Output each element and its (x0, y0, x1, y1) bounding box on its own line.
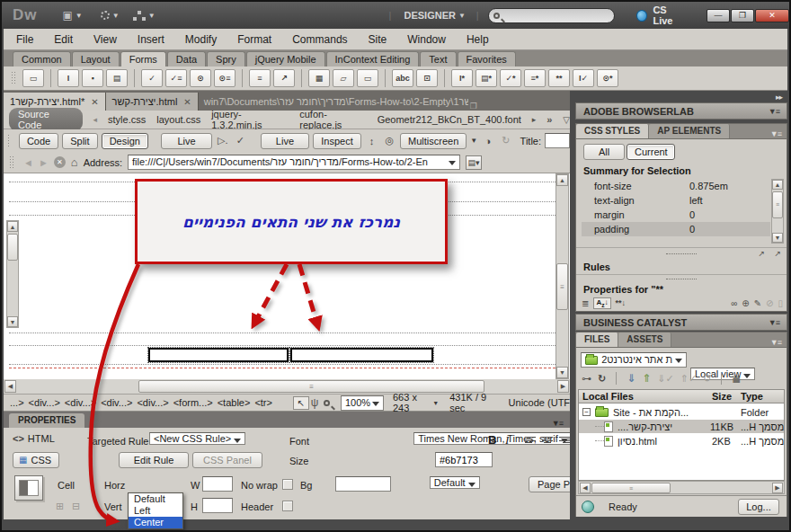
tree-row-file-selected[interactable]: ....יצירת-קשר 11KB מסמך H... (579, 420, 784, 433)
summary-row[interactable]: text-alignleft (582, 193, 770, 208)
more-files-icon[interactable]: » (547, 114, 552, 125)
html-mode-button[interactable]: <>HTML (13, 433, 55, 444)
css-panel-button[interactable]: CSS Panel (192, 452, 262, 468)
refresh-icon[interactable]: ↻ (499, 133, 513, 149)
show-set-properties-icon[interactable]: **↓ (616, 298, 627, 307)
maximize-button[interactable]: ❐ (731, 9, 754, 22)
form-icon[interactable]: ▭ (22, 69, 44, 87)
align-center-icon[interactable] (540, 434, 555, 446)
validate-markup-icon[interactable]: ✓ (234, 133, 248, 149)
document-tab[interactable]: יצירת-קשר.html✕ (106, 93, 199, 111)
summary-row[interactable]: font-size0.875em (582, 179, 770, 193)
radio-button-icon[interactable]: ⊙ (190, 69, 211, 87)
expand-panel-icon[interactable]: ▦ (732, 374, 740, 384)
back-icon[interactable]: ◄ (23, 157, 33, 168)
site-setup-icon[interactable]: ▼ (138, 12, 156, 20)
spry-checkbox-icon[interactable]: ✓* (500, 69, 521, 87)
scrollbar-thumb[interactable]: ≡ (772, 191, 783, 218)
scroll-down-icon[interactable]: ▼ (772, 233, 783, 243)
jump-menu-icon[interactable]: ↗ (273, 69, 295, 87)
scroll-up-icon[interactable]: ▲ (772, 180, 783, 190)
tag-selector-item[interactable]: ...> (10, 397, 24, 408)
spry-select-icon[interactable]: ≡* (524, 69, 546, 87)
tag-selector-tr[interactable]: <tr> (254, 397, 272, 408)
css-mode-button[interactable]: ▦CSS (13, 452, 59, 468)
edit-style-icon[interactable]: ✎ (754, 298, 761, 308)
summary-row-selected[interactable]: padding0 (582, 222, 770, 236)
tag-selector-div[interactable]: <div...> (101, 397, 132, 408)
address-list-icon[interactable]: ▤▾ (466, 155, 482, 170)
files-horizontal-scrollbar[interactable]: ◀ ≡ ▶ (578, 481, 785, 494)
file-management-icon[interactable]: ↕ (365, 133, 379, 149)
split-view-button[interactable]: Split (62, 133, 97, 149)
layout-switcher-icon[interactable]: ▣▼ (63, 9, 83, 22)
file-field-icon[interactable]: ▱ (333, 69, 354, 87)
tree-row-file[interactable]: נסיון.html 2KB מסמך H... (579, 434, 784, 448)
horz-select[interactable]: Default (430, 476, 480, 489)
check-out-icon[interactable]: ⇓✓ (657, 373, 673, 385)
insert-tab-text[interactable]: Text (420, 51, 456, 66)
files-tree[interactable]: − Site - הקמת את... Folder ....יצירת-קשר… (578, 403, 785, 481)
log-button[interactable]: Log... (738, 499, 779, 515)
window-size-select[interactable]: 663 x 243 (393, 392, 431, 413)
list-menu-icon[interactable]: ≡ (249, 69, 271, 87)
close-tab-icon[interactable]: ✕ (183, 97, 191, 107)
targeted-rule-select[interactable]: <New CSS Rule> (149, 432, 245, 445)
table-cell-left[interactable] (148, 348, 289, 362)
css-current-tab-button[interactable]: Current (627, 144, 675, 160)
inspect-button[interactable]: Inspect (313, 133, 360, 149)
horz-option-left[interactable]: Left (129, 505, 182, 517)
cell-width-input[interactable] (202, 476, 233, 492)
code-view-button[interactable]: Code (19, 133, 58, 149)
title-input[interactable] (545, 133, 570, 148)
restore-doc-icon[interactable]: ❐ (470, 102, 477, 111)
menu-view[interactable]: View (93, 33, 117, 46)
related-file-layout-css[interactable]: layout.css (156, 114, 200, 125)
multiscreen-dropdown-icon[interactable]: ▼ (470, 137, 477, 145)
hand-tool-icon[interactable]: ψ (311, 396, 319, 409)
site-select[interactable]: ת אתר אינטרנט2 (581, 352, 687, 368)
zoom-level-select[interactable]: 100% (341, 395, 384, 411)
minimize-button[interactable]: — (707, 9, 730, 22)
bg-color-input[interactable] (335, 476, 391, 492)
scrollbar-thumb[interactable]: ≡ (591, 483, 671, 493)
collapse-node-icon[interactable]: − (582, 408, 591, 416)
scroll-down-icon[interactable]: ▼ (556, 367, 568, 378)
scrollbar-thumb[interactable]: ≡ (138, 380, 484, 393)
multiscreen-button[interactable]: Multiscreen (400, 133, 467, 149)
menu-commands[interactable]: Commands (292, 33, 347, 46)
attach-stylesheet-icon[interactable]: ↗ (758, 249, 765, 258)
spry-password-icon[interactable]: ** (548, 69, 570, 87)
menu-help[interactable]: Help (467, 33, 489, 46)
insert-tab-common[interactable]: Common (13, 51, 71, 66)
disable-property-icon[interactable]: ⊘ (766, 298, 773, 308)
col-type[interactable]: Type (741, 391, 763, 402)
tree-row-site[interactable]: − Site - הקמת את... Folder (579, 405, 784, 419)
window-size-dropdown-icon[interactable]: ▼ (432, 400, 439, 406)
collapse-panels-icon[interactable]: ▸▸ (776, 93, 782, 102)
scroll-left-icon[interactable]: ◀ (580, 483, 591, 493)
panel-menu-icon[interactable]: ▼≡ (552, 419, 563, 428)
extend-gear-icon[interactable]: ▼ (101, 11, 120, 20)
tag-selector-div[interactable]: <div...> (29, 397, 60, 408)
zoom-tool-icon[interactable] (324, 400, 330, 406)
show-category-view-icon[interactable]: ≣ (582, 298, 589, 308)
related-file-style-css[interactable]: style.css (108, 114, 146, 125)
insert-tab-incontext[interactable]: InContext Editing (326, 51, 420, 66)
hidden-field-icon[interactable]: ▪ (82, 69, 103, 87)
fieldset-icon[interactable]: ⊡ (416, 69, 438, 87)
no-wrap-checkbox[interactable] (282, 479, 293, 490)
visual-aids-icon[interactable]: ◑ (481, 133, 495, 149)
scroll-right-icon[interactable]: ▶ (772, 483, 783, 493)
preview-in-browser-icon[interactable]: ◎ (382, 133, 396, 149)
design-view-button[interactable]: Design (102, 133, 148, 149)
insert-tab-favorites[interactable]: Favorites (458, 51, 516, 66)
tab-assets[interactable]: ASSETS (618, 332, 671, 347)
forward-icon[interactable]: ► (39, 157, 49, 168)
refresh-files-icon[interactable]: ↻ (598, 373, 606, 385)
search-input[interactable] (488, 8, 615, 23)
edit-rule-button[interactable]: Edit Rule (119, 452, 189, 468)
put-files-icon[interactable]: ⇑ (642, 372, 651, 385)
radio-group-icon[interactable]: ⊙≡ (214, 69, 236, 87)
col-local-files[interactable]: Local Files (582, 391, 634, 402)
